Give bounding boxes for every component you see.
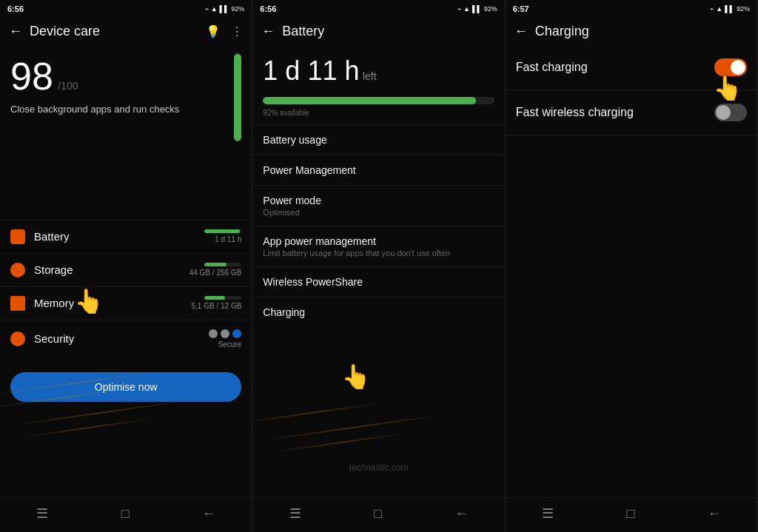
bottom-nav-2: ☰ □ ← [252, 497, 504, 532]
home-button-1[interactable]: □ [121, 506, 130, 522]
battery-usage-title: Battery usage [263, 134, 494, 146]
home-button-3[interactable]: □ [626, 506, 634, 522]
battery-percent-3: 92% [737, 5, 750, 13]
wifi-icon: ▲ [211, 5, 218, 13]
memory-icon [10, 296, 25, 311]
menu-button-3[interactable]: ☰ [542, 505, 554, 522]
battery-bar-fill [204, 229, 240, 233]
menu-item-storage[interactable]: Storage 44 GB / 256 GB [0, 253, 252, 286]
storage-detail: 44 GB / 256 GB [190, 269, 242, 277]
more-icon[interactable]: ⋮ [231, 24, 243, 38]
status-icons-2: ⌁ ▲ ▌▌ 92% [457, 5, 497, 13]
back-button-3[interactable]: ← [514, 24, 528, 39]
battery-label: Battery [34, 230, 204, 243]
back-button-1[interactable]: ← [9, 24, 22, 39]
score-bar [234, 53, 241, 141]
status-time-1: 6:56 [7, 4, 24, 13]
score-display: 98 /100 [10, 57, 78, 95]
battery-detail: 1 d 11 h [215, 235, 241, 243]
screen-battery: 6:56 ⌁ ▲ ▌▌ 92% ← Battery 1 d 11 h left … [252, 0, 505, 532]
back-button-2[interactable]: ← [261, 24, 275, 39]
watermark: technastic.com [349, 462, 408, 473]
memory-bar-fill [204, 296, 225, 300]
charging-items-list: Fast charging Fast wireless charging [506, 45, 757, 135]
menu-item-memory[interactable]: Memory 5.1 GB / 12 GB [0, 286, 252, 320]
storage-bar-fill [204, 263, 227, 266]
time-remaining: 1 d 11 h [263, 55, 359, 86]
back-nav-2[interactable]: ← [455, 506, 468, 522]
wifi-icon-2: ▲ [463, 5, 470, 13]
time-remaining-display: 1 d 11 h left [263, 55, 494, 87]
status-icons-3: ⌁ ▲ ▌▌ 92% [710, 5, 750, 13]
battery-usage-item[interactable]: Battery usage [252, 124, 504, 155]
memory-right: 5.1 GB / 12 GB [192, 296, 242, 310]
page-title-1: Device care [30, 24, 198, 39]
score-max: /100 [58, 80, 78, 92]
deco-bg-2 [252, 369, 504, 458]
security-icon [10, 331, 25, 346]
app-power-item[interactable]: App power management Limit battery usage… [252, 226, 504, 266]
status-bar-3: 6:57 ⌁ ▲ ▌▌ 92% [506, 0, 757, 18]
battery-bar [204, 229, 241, 233]
signal-icon: ▌▌ [220, 5, 229, 13]
storage-bar [204, 263, 241, 266]
power-management-item[interactable]: Power Management [252, 155, 504, 185]
back-nav-1[interactable]: ← [202, 506, 215, 522]
bottom-nav-1: ☰ □ ← [0, 497, 252, 532]
charging-menu-title: Charging [263, 306, 494, 318]
battery-time-section: 1 d 11 h left [252, 45, 504, 90]
power-mode-sub: Optimised [263, 208, 494, 217]
score-text: Close background apps and run checks [0, 103, 252, 127]
security-detail: Secure [218, 340, 242, 349]
score-number: 98 [10, 55, 53, 98]
wifi-icon-3: ▲ [716, 5, 722, 13]
fast-charging-label: Fast charging [516, 61, 714, 74]
battery-available-text: 92% available [252, 107, 504, 124]
power-mode-item[interactable]: Power mode Optimised [252, 185, 504, 226]
power-mode-title: Power mode [263, 195, 494, 206]
memory-detail: 5.1 GB / 12 GB [192, 302, 242, 310]
fast-wireless-item[interactable]: Fast wireless charging [506, 90, 757, 135]
wireless-powershare-title: Wireless PowerShare [263, 276, 494, 288]
bluetooth-icon: ⌁ [205, 5, 209, 13]
wireless-powershare-item[interactable]: Wireless PowerShare [252, 266, 504, 297]
bottom-nav-3: ☰ □ ← [506, 497, 757, 532]
screen-device-care: 6:56 ⌁ ▲ ▌▌ 92% ← Device care 💡 ⋮ 98 /10… [0, 0, 252, 532]
signal-icon-3: ▌▌ [725, 5, 734, 13]
nav-bar-3: ← Charging [506, 18, 757, 45]
fast-wireless-label: Fast wireless charging [516, 106, 714, 119]
status-time-2: 6:56 [260, 4, 276, 13]
time-left-label: left [363, 70, 377, 82]
bluetooth-icon-3: ⌁ [710, 5, 714, 13]
optimise-button[interactable]: Optimise now [10, 372, 241, 402]
battery-progress-fill [263, 97, 475, 104]
battery-right: 1 d 11 h [204, 229, 241, 243]
hand-icon-2: 👆 [341, 363, 371, 390]
status-bar-1: 6:56 ⌁ ▲ ▌▌ 92% [0, 0, 252, 18]
battery-menu-list: Battery usage Power Management Power mod… [252, 124, 504, 327]
score-section: 98 /100 [0, 45, 252, 103]
menu-item-battery[interactable]: Battery 1 d 11 h [0, 220, 252, 253]
menu-item-security[interactable]: Security Secure [0, 320, 252, 357]
nav-bar-1: ← Device care 💡 ⋮ [0, 18, 252, 45]
back-nav-3[interactable]: ← [708, 506, 721, 522]
score-bar-fill [234, 54, 241, 141]
battery-percent-1: 92% [231, 5, 244, 13]
app-power-title: App power management [263, 235, 494, 247]
fast-charging-toggle[interactable] [714, 58, 747, 76]
memory-label: Memory [34, 297, 192, 309]
status-icons-1: ⌁ ▲ ▌▌ 92% [205, 5, 245, 13]
app-power-sub: Limit battery usage for apps that you do… [263, 249, 494, 257]
bulb-icon[interactable]: 💡 [206, 24, 221, 38]
charging-menu-item[interactable]: Charging [252, 297, 504, 327]
menu-button-1[interactable]: ☰ [36, 505, 48, 522]
home-button-2[interactable]: □ [374, 506, 382, 522]
page-title-2: Battery [282, 24, 495, 39]
fast-charging-item[interactable]: Fast charging [506, 45, 757, 90]
signal-icon-2: ▌▌ [472, 5, 482, 13]
menu-section-1: Battery 1 d 11 h Storage 44 GB / 256 GB … [0, 214, 252, 363]
nav-bar-2: ← Battery [252, 18, 504, 45]
fast-wireless-toggle[interactable] [714, 104, 747, 121]
menu-button-2[interactable]: ☰ [289, 505, 301, 522]
battery-progress-bar [263, 97, 494, 104]
